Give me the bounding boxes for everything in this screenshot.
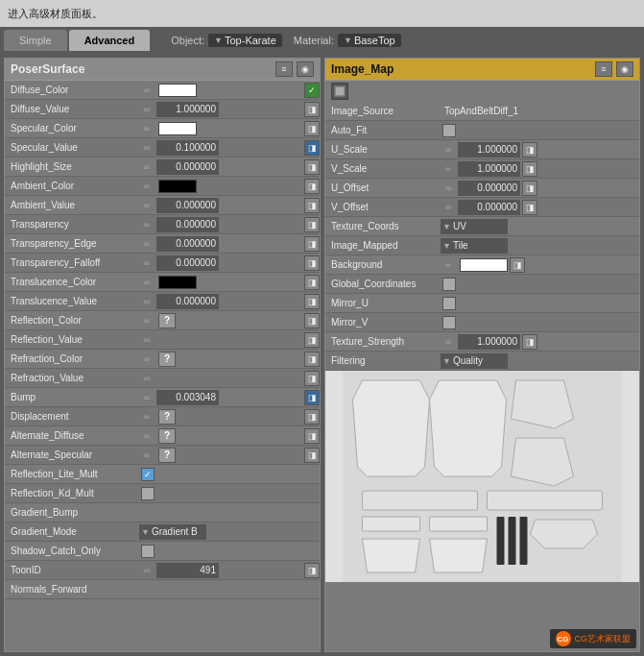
value-v-scale[interactable]: 1.000000 [458, 161, 520, 177]
link-icon-transparency-edge[interactable]: ∞ [139, 238, 155, 250]
link-icon-toonid[interactable]: ∞ [139, 565, 155, 576]
value-texture-strength[interactable]: 1.000000 [458, 334, 520, 350]
prop-btn-transparency[interactable]: ◨ [304, 217, 320, 232]
value-diffuse-value[interactable]: 1.000000 [156, 102, 219, 117]
link-icon-transparency[interactable]: ∞ [139, 219, 155, 231]
link-icon-specular-value[interactable]: ∞ [139, 142, 155, 154]
value-u-scale[interactable]: 1.000000 [458, 142, 520, 158]
value-transparency-falloff[interactable]: 0.000000 [156, 255, 219, 271]
prop-btn-u-offset[interactable]: ◨ [522, 181, 537, 196]
link-icon-specular-color[interactable]: ∞ [139, 123, 155, 134]
left-panel-menu-icon[interactable]: ≡ [275, 61, 293, 77]
question-reflection-color[interactable]: ? [158, 313, 176, 328]
link-icon-translucence-value[interactable]: ∞ [139, 296, 155, 307]
prop-btn-transparency-edge[interactable]: ◨ [304, 236, 320, 252]
prop-btn-highlight-size[interactable]: ◨ [304, 159, 320, 175]
prop-btn-reflection-color[interactable]: ◨ [304, 313, 320, 328]
question-displacement[interactable]: ? [158, 409, 176, 425]
prop-btn-ambient-value[interactable]: ◨ [304, 198, 320, 213]
prop-btn-v-scale[interactable]: ◨ [522, 161, 537, 177]
prop-btn-u-scale[interactable]: ◨ [522, 142, 537, 158]
value-specular-value[interactable]: 0.100000 [156, 140, 219, 156]
source-icon[interactable] [331, 83, 348, 100]
value-ambient-value[interactable]: 0.000000 [156, 198, 219, 213]
prop-btn-v-offset[interactable]: ◨ [522, 200, 537, 215]
object-name-dropdown[interactable]: ▼ Top-Karate [208, 34, 282, 47]
prop-btn-background[interactable]: ◨ [510, 257, 525, 273]
link-icon-v-scale[interactable]: ∞ [441, 163, 456, 175]
right-panel-eye-icon[interactable]: ◉ [616, 61, 633, 77]
checkbox-refl-kd-mult[interactable] [141, 487, 155, 500]
prop-btn-toonid[interactable]: ◨ [304, 563, 320, 578]
color-swatch-diffuse[interactable] [158, 84, 197, 97]
left-panel-eye-icon[interactable]: ◉ [297, 61, 314, 77]
link-icon-transparency-falloff[interactable]: ∞ [139, 257, 155, 269]
prop-btn-refraction-value[interactable]: ◨ [304, 371, 320, 386]
checkbox-global-coords[interactable] [442, 278, 456, 291]
value-u-offset[interactable]: 0.000000 [458, 181, 520, 196]
prop-btn-diffuse-value[interactable]: ◨ [304, 102, 320, 117]
dropdown-texture-coords[interactable]: ▼UV [441, 219, 508, 234]
link-icon-ambient-value[interactable]: ∞ [139, 200, 155, 211]
value-v-offset[interactable]: 0.000000 [458, 200, 520, 215]
link-icon-highlight-size[interactable]: ∞ [139, 161, 155, 173]
prop-btn-refraction-color[interactable]: ◨ [304, 352, 320, 367]
prop-btn-alt-diffuse[interactable]: ◨ [304, 428, 320, 444]
prop-btn-specular-color[interactable]: ◨ [304, 121, 320, 136]
checkbox-auto-fit[interactable] [442, 124, 456, 137]
dropdown-image-mapped[interactable]: ▼Tile [441, 238, 508, 254]
link-icon-ambient-color[interactable]: ∞ [139, 181, 155, 192]
value-bump[interactable]: 0.003048 [156, 390, 219, 405]
value-transparency-edge[interactable]: 0.000000 [156, 236, 219, 252]
dropdown-filtering[interactable]: ▼Quality [441, 353, 508, 369]
prop-btn-specular-value[interactable]: ◨ [304, 140, 320, 156]
link-icon-translucence-color[interactable]: ∞ [139, 277, 155, 288]
link-icon-u-offset[interactable]: ∞ [441, 182, 456, 194]
link-icon-v-offset[interactable]: ∞ [441, 202, 456, 213]
prop-btn-alt-specular[interactable]: ◨ [304, 448, 320, 463]
dropdown-gradient-mode[interactable]: ▼Gradient B [139, 524, 206, 540]
link-icon-background[interactable]: ∞ [441, 259, 456, 271]
prop-name-refl-lite-mult: Reflection_Lite_Mult [5, 469, 139, 479]
checkbox-refl-lite-mult[interactable]: ✓ [141, 468, 155, 481]
checkbox-mirror-v[interactable] [442, 316, 456, 329]
question-alt-specular[interactable]: ? [158, 448, 176, 463]
value-highlight-size[interactable]: 0.000000 [156, 159, 219, 175]
color-swatch-background[interactable] [460, 258, 508, 272]
link-icon-u-scale[interactable]: ∞ [441, 144, 456, 156]
prop-btn-ambient-color[interactable]: ◨ [304, 179, 320, 194]
link-icon-refraction-value[interactable]: ∞ [139, 373, 155, 384]
prop-btn-displacement[interactable]: ◨ [304, 409, 320, 425]
question-refraction-color[interactable]: ? [158, 352, 176, 367]
value-transparency[interactable]: 0.000000 [156, 217, 219, 232]
right-panel-menu-icon[interactable]: ≡ [595, 61, 612, 77]
link-icon-diffuse-value[interactable]: ∞ [139, 104, 155, 115]
link-icon-texture-strength[interactable]: ∞ [441, 336, 456, 348]
checkbox-shadow-catch[interactable] [141, 545, 155, 558]
prop-btn-translucence-value[interactable]: ◨ [304, 294, 320, 309]
tab-simple[interactable]: Simple [4, 30, 67, 51]
prop-btn-translucence-color[interactable]: ◨ [304, 275, 320, 290]
link-icon-diffuse-color[interactable]: ∞ [139, 85, 155, 96]
prop-btn-diffuse-color[interactable]: ✓ [304, 83, 320, 98]
tab-advanced[interactable]: Advanced [69, 30, 151, 51]
prop-btn-transparency-falloff[interactable]: ◨ [304, 255, 320, 271]
link-icon-alt-diffuse[interactable]: ∞ [139, 430, 155, 442]
link-icon-bump[interactable]: ∞ [139, 392, 155, 403]
link-icon-refraction-color[interactable]: ∞ [139, 353, 155, 365]
value-translucence-value[interactable]: 0.000000 [156, 294, 219, 309]
material-name-dropdown[interactable]: ▼ BaseTop [338, 34, 401, 47]
color-swatch-specular[interactable] [158, 122, 197, 135]
checkbox-mirror-u[interactable] [442, 297, 456, 310]
color-swatch-ambient[interactable] [158, 180, 197, 193]
question-alt-diffuse[interactable]: ? [158, 428, 176, 444]
prop-btn-bump[interactable]: ◨ [304, 390, 320, 405]
value-toonid[interactable]: 491 [156, 563, 219, 578]
link-icon-displacement[interactable]: ∞ [139, 411, 155, 423]
link-icon-reflection-value[interactable]: ∞ [139, 334, 155, 346]
prop-btn-reflection-value[interactable]: ◨ [304, 332, 320, 348]
link-icon-reflection-color[interactable]: ∞ [139, 315, 155, 327]
color-swatch-translucence[interactable] [158, 276, 197, 289]
prop-btn-texture-strength[interactable]: ◨ [522, 334, 537, 350]
link-icon-alt-specular[interactable]: ∞ [139, 449, 155, 461]
